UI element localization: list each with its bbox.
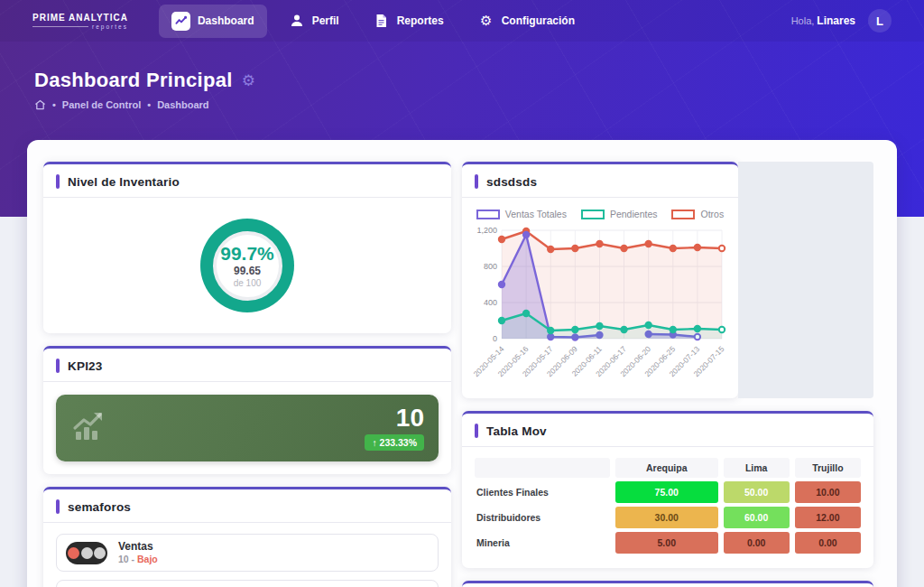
title-gear-icon[interactable]: ⚙ xyxy=(242,71,255,89)
data-point[interactable] xyxy=(572,327,578,332)
nav-item-label: Dashboard xyxy=(198,14,254,27)
svg-text:0: 0 xyxy=(493,334,497,343)
content-card: Nivel de Inventario 99.7% 99.65 de 100 xyxy=(27,140,897,587)
semaforo-name: Ventas xyxy=(118,540,158,554)
legend-label: Otros xyxy=(700,209,724,219)
nav-item-reportes[interactable]: Reportes xyxy=(361,5,457,36)
gauge-percent: 99.7% xyxy=(220,244,274,263)
line-chart[interactable]: 04008001,2002020-05-142020-05-162020-05-… xyxy=(467,221,733,398)
gauge-of-label: de 100 xyxy=(234,278,262,288)
table-cell[interactable]: 10.00 xyxy=(795,481,861,503)
data-point[interactable] xyxy=(572,246,578,251)
kpi-value: 10 xyxy=(396,405,424,431)
user-icon xyxy=(289,13,305,29)
semaforo-item-compras[interactable]: Compras98 - Alto xyxy=(56,580,439,587)
data-point[interactable] xyxy=(596,241,602,247)
row-label: Clientes Finales xyxy=(475,487,610,498)
nav-item-perfil[interactable]: Perfil xyxy=(276,5,352,36)
chart-legend: Ventas TotalesPendientesOtros xyxy=(467,205,733,221)
legend-item-otros[interactable]: Otros xyxy=(671,209,724,219)
data-point[interactable] xyxy=(670,327,676,332)
data-point[interactable] xyxy=(499,282,504,287)
table-cell[interactable]: 30.00 xyxy=(615,507,718,528)
data-point[interactable] xyxy=(645,322,651,328)
data-point[interactable] xyxy=(645,241,651,247)
trending-up-icon xyxy=(70,408,110,448)
data-point[interactable] xyxy=(499,318,504,323)
table-cell[interactable]: 75.00 xyxy=(615,481,718,503)
nav-item-label: Configuración xyxy=(502,14,575,27)
light-bulb xyxy=(81,547,93,559)
svg-text:800: 800 xyxy=(484,262,497,271)
data-point[interactable] xyxy=(621,327,626,332)
legend-swatch xyxy=(581,210,605,219)
breadcrumb-item[interactable]: Dashboard xyxy=(157,99,208,110)
panel-semaforos: semaforos Ventas10 - BajoCompras98 - Alt… xyxy=(43,487,451,587)
semaforo-item-ventas[interactable]: Ventas10 - Bajo xyxy=(56,534,439,572)
navbar: PRIME ANALYTICA reportes DashboardPerfil… xyxy=(0,0,924,42)
data-point[interactable] xyxy=(695,326,700,331)
panel-title: KPI23 xyxy=(68,359,103,373)
column-header-trujillo: Trujillo xyxy=(795,458,861,478)
data-point[interactable] xyxy=(523,232,529,238)
light-bulb xyxy=(68,547,79,559)
nav-item-configuracin[interactable]: ⚙Configuración xyxy=(466,5,587,36)
table-cell[interactable]: 0.00 xyxy=(795,532,861,554)
data-point[interactable] xyxy=(596,323,602,329)
svg-text:1,200: 1,200 xyxy=(476,226,497,235)
arrow-up-icon: ↑ xyxy=(372,437,376,448)
nav-item-label: Perfil xyxy=(312,14,339,27)
panel-title: sdsdsds xyxy=(486,175,537,189)
nav-item-label: Reportes xyxy=(397,14,444,27)
legend-swatch xyxy=(476,210,500,219)
table-cell[interactable]: 5.00 xyxy=(615,532,718,554)
semaforo-text: Ventas10 - Bajo xyxy=(118,540,158,565)
kpi-delta-badge: ↑ 233.33% xyxy=(365,434,424,451)
svg-text:400: 400 xyxy=(484,298,497,307)
home-icon[interactable] xyxy=(34,99,46,110)
panel-chart: sdsdsds Ventas TotalesPendientesOtros 04… xyxy=(462,162,738,398)
data-point[interactable] xyxy=(523,311,529,316)
chart-canvas: 04008001,2002020-05-142020-05-162020-05-… xyxy=(467,221,731,395)
legend-item-ventas-totales[interactable]: Ventas Totales xyxy=(476,209,567,219)
data-point[interactable] xyxy=(670,246,676,251)
brand-subtitle: reportes xyxy=(92,23,128,30)
panel-kpi23: KPI23 xyxy=(43,346,451,474)
data-point[interactable] xyxy=(719,327,725,332)
kpi-card: 10 ↑ 233.33% xyxy=(56,395,439,461)
table-cell[interactable]: 12.00 xyxy=(795,507,861,528)
table-cell[interactable]: 60.00 xyxy=(724,507,790,528)
table-header-spacer xyxy=(475,458,610,478)
brand-logo[interactable]: PRIME ANALYTICA reportes xyxy=(32,13,128,30)
empty-panel-slot xyxy=(738,162,873,398)
legend-label: Pendientes xyxy=(610,209,658,219)
legend-item-pendientes[interactable]: Pendientes xyxy=(581,209,658,219)
data-point[interactable] xyxy=(548,328,553,333)
nav-menu: DashboardPerfilReportes⚙Configuración xyxy=(159,5,587,38)
nav-item-dashboard[interactable]: Dashboard xyxy=(159,5,267,38)
table-cell[interactable]: 50.00 xyxy=(724,481,790,503)
panel-title: Nivel de Inventario xyxy=(68,175,180,189)
title-accent xyxy=(56,359,60,373)
data-point[interactable] xyxy=(499,237,504,242)
data-point[interactable] xyxy=(548,247,553,252)
greeting-text: Hola,Linares xyxy=(791,14,855,27)
data-point[interactable] xyxy=(719,246,725,251)
breadcrumb: • Panel de Control • Dashboard xyxy=(34,99,890,110)
row-label: Mineria xyxy=(475,537,610,548)
light-bulb xyxy=(94,547,106,559)
breadcrumb-item[interactable]: Panel de Control xyxy=(62,99,141,110)
title-accent xyxy=(56,499,60,514)
gear-icon: ⚙ xyxy=(478,13,494,29)
table-cell[interactable]: 0.00 xyxy=(724,532,790,554)
file-icon xyxy=(374,13,390,29)
data-point[interactable] xyxy=(695,245,700,250)
panel-title: Tabla Mov xyxy=(486,424,547,438)
gauge-value: 99.65 xyxy=(234,265,261,277)
panel-tabla: Tabla xyxy=(462,581,873,587)
avatar[interactable]: L xyxy=(868,9,892,33)
column-header-arequipa: Arequipa xyxy=(615,458,718,478)
chart-row: sdsdsds Ventas TotalesPendientesOtros 04… xyxy=(462,162,873,398)
panel-title: semaforos xyxy=(68,500,131,514)
data-point[interactable] xyxy=(621,246,626,251)
